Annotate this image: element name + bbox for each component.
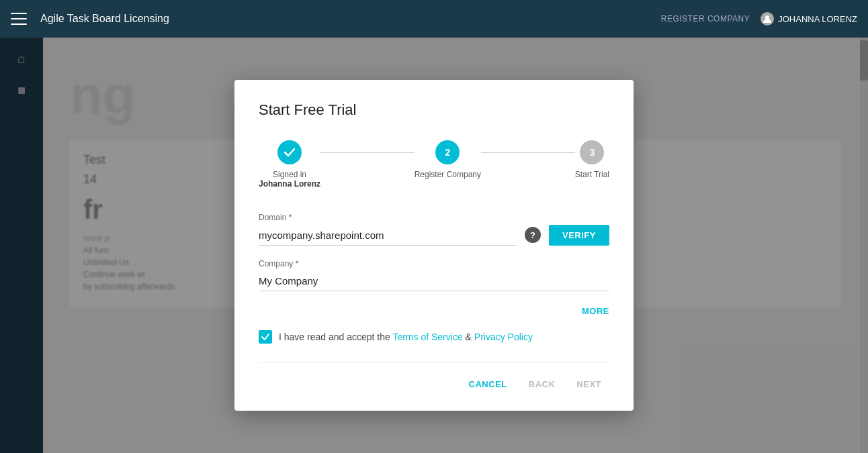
step-register-company: 2 Register Company: [415, 140, 481, 179]
back-button[interactable]: BACK: [521, 374, 564, 395]
company-input[interactable]: [259, 271, 609, 291]
domain-field-group: Domain * ? VERIFY: [259, 213, 609, 246]
step-2-circle: 2: [435, 140, 460, 164]
domain-field-row: ? VERIFY: [259, 225, 609, 246]
domain-input[interactable]: [259, 225, 517, 246]
cancel-button[interactable]: CANCEL: [461, 374, 515, 395]
nav-right: REGISTER COMPANY JOHANNA LORENZ: [661, 12, 857, 26]
more-link[interactable]: MORE: [582, 306, 609, 316]
terms-text: I have read and accept the Terms of Serv…: [279, 332, 533, 342]
company-label: Company *: [259, 259, 609, 268]
domain-help-icon[interactable]: ?: [525, 227, 541, 243]
step-signed-in: Signed inJohanna Lorenz: [259, 140, 320, 189]
modal-footer: CANCEL BACK NEXT: [259, 362, 609, 395]
start-trial-modal: Start Free Trial Signed inJohanna Lorenz…: [234, 80, 634, 411]
register-company-link[interactable]: REGISTER COMPANY: [661, 14, 750, 23]
modal-title: Start Free Trial: [259, 101, 609, 119]
step-line-1: [320, 152, 415, 153]
verify-button[interactable]: VERIFY: [549, 225, 609, 246]
step-1-circle: [277, 140, 302, 164]
user-menu[interactable]: JOHANNA LORENZ: [761, 12, 857, 26]
step-2-label: Register Company: [415, 170, 481, 179]
step-start-trial: 3 Start Trial: [575, 140, 609, 179]
hamburger-menu[interactable]: [11, 13, 27, 25]
app-title: Agile Task Board Licensing: [40, 13, 661, 25]
privacy-policy-link[interactable]: Privacy Policy: [474, 332, 533, 342]
step-1-label: Signed inJohanna Lorenz: [259, 170, 320, 189]
company-field-group: Company *: [259, 259, 609, 291]
top-navigation: Agile Task Board Licensing REGISTER COMP…: [0, 0, 868, 38]
domain-label: Domain *: [259, 213, 609, 222]
step-3-label: Start Trial: [575, 170, 609, 179]
step-line-2: [481, 152, 575, 153]
step-3-circle: 3: [580, 140, 604, 164]
more-link-container: MORE: [259, 305, 609, 317]
terms-checkbox-row: I have read and accept the Terms of Serv…: [259, 330, 609, 344]
terms-checkbox[interactable]: [259, 330, 272, 344]
steps-indicator: Signed inJohanna Lorenz 2 Register Compa…: [259, 140, 609, 189]
next-button[interactable]: NEXT: [568, 374, 609, 395]
terms-of-service-link[interactable]: Terms of Service: [392, 332, 462, 342]
user-avatar-icon: [761, 12, 774, 26]
user-name: JOHANNA LORENZ: [778, 14, 857, 24]
modal-overlay: Start Free Trial Signed inJohanna Lorenz…: [0, 38, 868, 453]
